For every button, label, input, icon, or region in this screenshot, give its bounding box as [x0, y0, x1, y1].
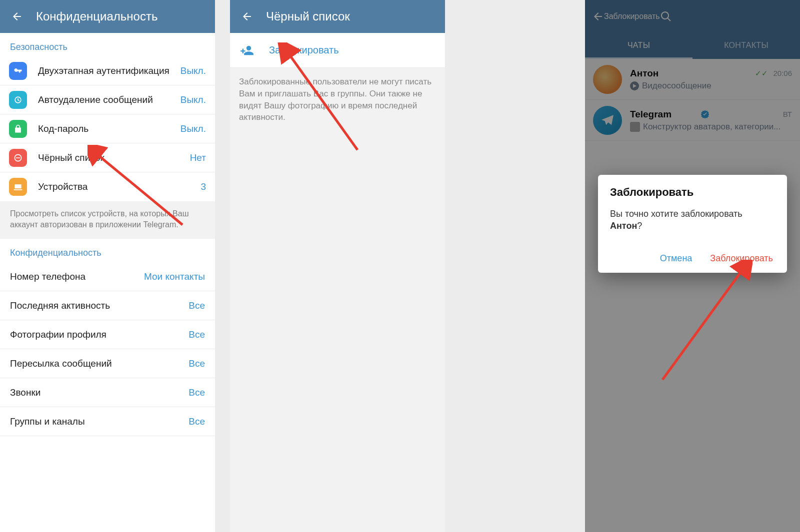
devices-info-text: Просмотреть список устройств, на которых…	[0, 201, 215, 239]
row-label: Группы и каналы	[10, 416, 188, 427]
row-autodelete[interactable]: Автоудаление сообщений Выкл.	[0, 85, 215, 114]
row-value: Выкл.	[180, 65, 206, 76]
row-label: Последняя активность	[10, 300, 188, 311]
row-groups[interactable]: Группы и каналыВсе	[0, 407, 215, 436]
row-label: Фотографии профиля	[10, 329, 188, 340]
row-phone[interactable]: Номер телефонаМои контакты	[0, 262, 215, 291]
section-header-privacy: Конфиденциальность	[0, 239, 215, 262]
block-user-button[interactable]: Заблокировать	[230, 33, 445, 68]
row-label: Двухэтапная аутентификация	[38, 65, 180, 76]
section-header-security: Безопасность	[0, 33, 215, 56]
row-profile-photos[interactable]: Фотографии профиляВсе	[0, 320, 215, 349]
row-value: Все	[188, 329, 205, 340]
blocked-users-description: Заблокированные пользователи не могут пи…	[230, 68, 445, 131]
toolbar-title: Чёрный список	[266, 9, 438, 23]
row-label: Код-пароль	[38, 123, 180, 134]
back-button[interactable]	[237, 10, 257, 22]
add-user-icon	[240, 43, 254, 57]
row-label: Чёрный список	[38, 152, 190, 163]
row-calls[interactable]: ЗвонкиВсе	[0, 378, 215, 407]
security-list: Двухэтапная аутентификация Выкл. Автоуда…	[0, 56, 215, 201]
row-value: Все	[188, 358, 205, 369]
dialog-title: Заблокировать	[610, 186, 775, 199]
privacy-list: Номер телефонаМои контактыПоследняя акти…	[0, 262, 215, 436]
arrow-left-icon	[241, 10, 253, 22]
toolbar: Конфиденциальность	[0, 0, 215, 33]
row-value: Все	[188, 300, 205, 311]
arrow-left-icon	[11, 10, 23, 22]
row-value: Мои контакты	[144, 271, 205, 282]
row-label: Устройства	[38, 181, 200, 192]
row-value: Нет	[190, 152, 206, 163]
row-value: Все	[188, 416, 205, 427]
row-forwarding[interactable]: Пересылка сообщенийВсе	[0, 349, 215, 378]
block-confirm-dialog: Заблокировать Вы точно хотите заблокиров…	[598, 175, 787, 273]
confirm-block-button[interactable]: Заблокировать	[708, 248, 775, 269]
dialog-message: Вы точно хотите заблокировать Антон?	[610, 208, 775, 232]
timer-icon	[9, 91, 27, 109]
row-label: Номер телефона	[10, 271, 144, 282]
row-blacklist[interactable]: Чёрный список Нет	[0, 143, 215, 172]
key-icon	[9, 62, 27, 80]
screen-block-confirm: Заблокировать ЧАТЫ КОНТАКТЫ Антон ✓✓ 20:…	[585, 0, 800, 532]
row-value: Все	[188, 387, 205, 398]
screen-blacklist: Чёрный список Заблокировать Заблокирован…	[230, 0, 445, 532]
row-value: Выкл.	[180, 94, 206, 105]
row-lastseen[interactable]: Последняя активностьВсе	[0, 291, 215, 320]
row-label: Пересылка сообщений	[10, 358, 188, 369]
back-button[interactable]	[7, 10, 27, 22]
toolbar: Чёрный список	[230, 0, 445, 33]
cancel-button[interactable]: Отмена	[658, 248, 694, 269]
row-label: Звонки	[10, 387, 188, 398]
row-passcode[interactable]: Код-пароль Выкл.	[0, 114, 215, 143]
toolbar-title: Конфиденциальность	[36, 9, 208, 23]
devices-icon	[9, 178, 27, 196]
row-value: 3	[200, 181, 206, 192]
screen-privacy-settings: Конфиденциальность Безопасность Двухэтап…	[0, 0, 215, 532]
empty-area	[230, 131, 445, 532]
row-devices[interactable]: Устройства 3	[0, 172, 215, 201]
lock-icon	[9, 120, 27, 138]
row-two-step[interactable]: Двухэтапная аутентификация Выкл.	[0, 56, 215, 85]
row-label: Автоудаление сообщений	[38, 94, 180, 105]
row-value: Выкл.	[180, 123, 206, 134]
block-icon	[9, 149, 27, 167]
block-user-label: Заблокировать	[269, 44, 339, 56]
